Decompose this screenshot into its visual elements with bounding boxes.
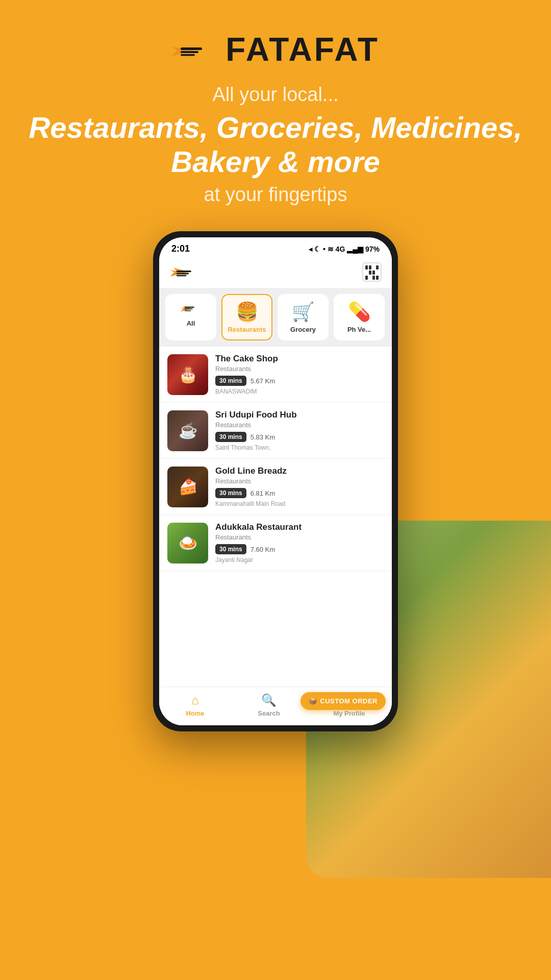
restaurant-type: Restaurants [215,477,384,485]
search-nav-icon: 🔍 [261,693,277,707]
grocery-category-icon: 🛒 [292,301,315,323]
tagline-end: at your fingertips [0,184,551,206]
restaurant-info-goldline: Gold Line Breadz Restaurants 30 mins 6.8… [215,466,384,507]
category-grocery[interactable]: 🛒 Grocery [278,294,329,340]
restaurant-info-adukkala: Adukkala Restaurant Restaurants 30 mins … [215,522,384,564]
all-category-icon [181,301,201,316]
restaurant-type: Restaurants [215,533,384,541]
svg-rect-2 [181,47,202,50]
status-icons: ◂ ☾ • ≋ 4G ▂▄▆ 97% [309,245,380,253]
pharma-category-icon: 💊 [348,301,371,323]
svg-rect-9 [177,275,186,276]
restaurant-image-rice: 🍛 [167,523,208,564]
app-header-section: FATAFAT All your local... Restaurants, G… [0,0,551,206]
logo-text: FATAFAT [226,31,380,68]
phone-body: 2:01 ◂ ☾ • ≋ 4G ▂▄▆ 97% [153,231,398,731]
restaurant-item[interactable]: 🎂 The Cake Shop Restaurants 30 mins 5.67… [159,347,392,403]
restaurant-image-coffee: ☕ [167,410,208,451]
time-badge: 30 mins [215,544,246,554]
restaurant-meta: 30 mins 7.60 Km [215,544,384,554]
category-restaurants-label: Restaurants [228,326,266,333]
restaurant-name: Adukkala Restaurant [215,522,384,532]
svg-rect-8 [177,273,189,275]
restaurant-name: Sri Udupi Food Hub [215,410,384,420]
restaurant-item[interactable]: 🍛 Adukkala Restaurant Restaurants 30 min… [159,515,392,571]
tagline-main: Restaurants, Groceries, Medicines, Baker… [0,111,551,179]
time-badge: 30 mins [215,488,246,498]
location: Kammanahalli Main Road [215,500,384,507]
location: Saint Thomas Town, [215,444,384,451]
profile-nav-label: My Profile [333,709,365,717]
category-pharma[interactable]: 💊 Ph Ve... [334,294,385,340]
in-app-header [159,257,392,288]
svg-rect-13 [185,309,193,310]
categories-scroll: All 🍔 Restaurants 🛒 Grocery 💊 Ph Ve... [165,294,386,340]
phone-screen: 2:01 ◂ ☾ • ≋ 4G ▂▄▆ 97% [159,237,392,725]
distance: 5.67 Km [251,377,275,385]
nav-home[interactable]: ⌂ Home [186,693,204,717]
svg-rect-12 [185,307,194,308]
restaurant-meta: 30 mins 5.67 Km [215,376,384,386]
distance: 5.83 Km [251,433,275,441]
phone-mockup: 2:01 ◂ ☾ • ≋ 4G ▂▄▆ 97% [0,231,551,731]
category-pharma-label: Ph Ve... [347,326,371,333]
restaurant-type: Restaurants [215,421,384,429]
restaurant-meta: 30 mins 5.83 Km [215,432,384,442]
status-bar: 2:01 ◂ ☾ • ≋ 4G ▂▄▆ 97% [159,237,392,257]
in-app-logo [169,262,203,282]
home-nav-icon: ⌂ [191,693,199,707]
restaurant-info-cake: The Cake Shop Restaurants 30 mins 5.67 K… [215,354,384,395]
restaurant-list: 🎂 The Cake Shop Restaurants 30 mins 5.67… [159,347,392,692]
distance: 6.81 Km [251,489,275,497]
restaurant-item[interactable]: 🍰 Gold Line Breadz Restaurants 30 mins 6… [159,459,392,515]
restaurant-image-cake: 🎂 [167,354,208,395]
restaurant-name: The Cake Shop [215,354,384,364]
restaurant-name: Gold Line Breadz [215,466,384,476]
location: BANASWADIM [215,388,384,395]
custom-order-label: CUSTOM ORDER [320,697,378,705]
restaurant-info-udupi: Sri Udupi Food Hub Restaurants 30 mins 5… [215,410,384,451]
time-badge: 30 mins [215,432,246,442]
restaurant-type: Restaurants [215,365,384,373]
restaurants-category-icon: 🍔 [236,301,259,323]
in-app-logo-icon [169,262,203,282]
distance: 7.60 Km [251,546,275,553]
home-nav-label: Home [186,709,204,717]
category-restaurants[interactable]: 🍔 Restaurants [221,294,272,340]
restaurant-image-bread: 🍰 [167,467,208,507]
logo-wings-icon [171,36,217,64]
restaurant-meta: 30 mins 6.81 Km [215,488,384,498]
svg-rect-7 [177,271,191,272]
qr-code-icon[interactable] [362,262,382,282]
time-badge: 30 mins [215,376,246,386]
category-grocery-label: Grocery [290,326,316,333]
svg-rect-14 [185,310,191,311]
search-nav-label: Search [258,709,280,717]
svg-rect-4 [181,54,195,56]
category-all[interactable]: All [165,294,216,340]
categories-section: All 🍔 Restaurants 🛒 Grocery 💊 Ph Ve... [159,288,392,347]
svg-rect-3 [181,51,198,53]
restaurant-item[interactable]: ☕ Sri Udupi Food Hub Restaurants 30 mins… [159,403,392,459]
custom-order-button[interactable]: 📦 CUSTOM ORDER [300,692,386,710]
category-all-label: All [187,320,195,327]
logo-area: FATAFAT [0,31,551,68]
nav-search[interactable]: 🔍 Search [258,693,280,717]
custom-order-icon: 📦 [309,697,317,705]
status-time: 2:01 [171,243,190,254]
tagline-sub: All your local... [0,84,551,106]
location: Jayanti Nagar [215,556,384,564]
